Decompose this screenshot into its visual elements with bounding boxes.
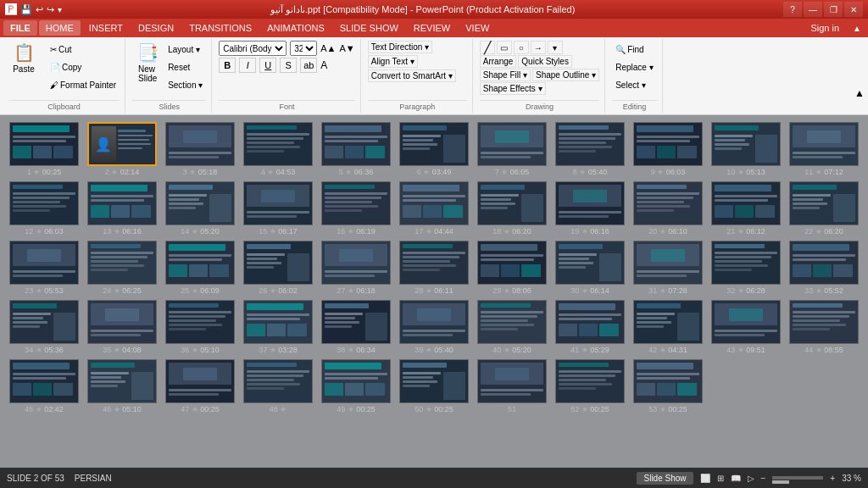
menu-view[interactable]: VIEW <box>459 20 496 36</box>
rect-shape[interactable]: ▭ <box>497 41 512 54</box>
slide-item-19[interactable]: 19 ★ 06:16 <box>553 181 627 236</box>
slide-item-17[interactable]: 17 ★ 04:44 <box>397 181 471 236</box>
minimize-button[interactable]: — <box>804 2 822 17</box>
menu-animations[interactable]: ANIMATIONS <box>260 20 331 36</box>
ribbon-collapse[interactable]: ▲ <box>849 22 865 35</box>
slide-item-52[interactable]: 52 ★ 00:25 <box>553 359 627 413</box>
arrange-button[interactable]: Arrange <box>480 55 517 68</box>
menu-insert[interactable]: INSERT <box>82 20 130 36</box>
slide-item-24[interactable]: 24 ★ 06:25 <box>85 241 159 295</box>
slide-item-44[interactable]: 44 ★ 08:55 <box>787 300 861 354</box>
slide-item-1[interactable]: 1 ★ 00:25 <box>7 122 81 176</box>
slide-item-34[interactable]: 34 ★ 05:36 <box>7 300 81 354</box>
slide-item-37[interactable]: 37 ★ 03:28 <box>241 300 315 354</box>
new-slide-button[interactable]: 📑 NewSlide <box>132 41 163 85</box>
slide-panel[interactable]: 1 ★ 00:25 👤 2 ★ 02:14 3 ★ 05:18 <box>0 115 868 468</box>
slide-item-7[interactable]: 7 ★ 06:05 <box>475 122 549 176</box>
slide-item-27[interactable]: 27 ★ 06:18 <box>319 241 393 295</box>
slide-item-46[interactable]: 46 ★ 05:10 <box>85 359 159 413</box>
strikethrough-button[interactable]: S <box>280 58 297 73</box>
slide-item-29[interactable]: 29 ★ 08:06 <box>475 241 549 295</box>
slide-item-49[interactable]: 49 ★ 00:25 <box>319 359 393 413</box>
slide-item-22[interactable]: 22 ★ 06:20 <box>787 181 861 236</box>
reading-view-button[interactable]: 📖 <box>731 474 741 483</box>
ribbon-expand-button[interactable]: ▲ <box>854 87 865 99</box>
menu-transitions[interactable]: TRANSITIONS <box>182 20 259 36</box>
oval-shape[interactable]: ○ <box>514 41 529 54</box>
slide-item-48[interactable]: 48 ★ <box>241 359 315 413</box>
quick-styles-button[interactable]: Quick Styles <box>518 55 572 68</box>
slide-item-43[interactable]: 43 ★ 09:51 <box>709 300 783 354</box>
slide-item-12[interactable]: 12 ★ 06:03 <box>7 181 81 236</box>
restore-button[interactable]: ❐ <box>824 2 843 17</box>
presentation-button[interactable]: ▷ <box>748 474 754 483</box>
text-direction-button[interactable]: Text Direction ▾ <box>368 41 432 53</box>
slide-item-11[interactable]: 11 ★ 07:12 <box>787 122 861 176</box>
save-icon[interactable]: 💾 <box>20 4 32 15</box>
zoom-out-button[interactable]: − <box>761 474 766 483</box>
slide-item-21[interactable]: 21 ★ 06:12 <box>709 181 783 236</box>
slide-item-28[interactable]: 28 ★ 06:11 <box>397 241 471 295</box>
line-shape[interactable]: ╱ <box>480 41 495 54</box>
align-text-button[interactable]: Align Text ▾ <box>368 55 418 68</box>
font-color-button[interactable]: A <box>320 59 327 71</box>
slide-item-16[interactable]: 16 ★ 06:19 <box>319 181 393 236</box>
slide-item-38[interactable]: 38 ★ 06:34 <box>319 300 393 354</box>
slide-item-39[interactable]: 39 ★ 05:40 <box>397 300 471 354</box>
slide-item-3[interactable]: 3 ★ 05:18 <box>163 122 237 176</box>
slide-item-14[interactable]: 14 ★ 05:20 <box>163 181 237 236</box>
slide-item-31[interactable]: 31 ★ 07:28 <box>631 241 705 295</box>
help-button[interactable]: ? <box>783 2 802 17</box>
zoom-in-button[interactable]: + <box>830 474 835 483</box>
slide-item-9[interactable]: 9 ★ 06:03 <box>631 122 705 176</box>
slide-sorter-button[interactable]: ⊞ <box>717 474 724 483</box>
format-painter-button[interactable]: 🖌 Format Painter <box>47 76 120 93</box>
slide-item-53[interactable]: 53 ★ 00:25 <box>631 359 705 413</box>
slide-item-25[interactable]: 25 ★ 06:09 <box>163 241 237 295</box>
underline-button[interactable]: U <box>259 58 276 73</box>
select-button[interactable]: Select ▾ <box>612 76 656 93</box>
slideshow-button[interactable]: Slide Show <box>637 472 693 485</box>
decrease-font-button[interactable]: A▼ <box>340 43 355 53</box>
increase-font-button[interactable]: A▲ <box>320 43 336 53</box>
copy-button[interactable]: 📄 Copy <box>47 58 120 75</box>
slide-item-35[interactable]: 35 ★ 04:08 <box>85 300 159 354</box>
menu-review[interactable]: REVIEW <box>407 20 457 36</box>
shape-outline-button[interactable]: Shape Outline ▾ <box>532 69 599 81</box>
shape-fill-button[interactable]: Shape Fill ▾ <box>480 69 531 81</box>
sign-in-button[interactable]: Sign in <box>802 21 848 35</box>
arrow-shape[interactable]: → <box>531 41 546 54</box>
slide-item-18[interactable]: 18 ★ 06:20 <box>475 181 549 236</box>
slide-item-10[interactable]: 10 ★ 05:13 <box>709 122 783 176</box>
slide-item-50[interactable]: 50 ★ 00:25 <box>397 359 471 413</box>
menu-slideshow[interactable]: SLIDE SHOW <box>333 20 405 36</box>
redo-icon[interactable]: ↪ <box>47 4 54 15</box>
slide-item-36[interactable]: 36 ★ 05:10 <box>163 300 237 354</box>
menu-home[interactable]: HOME <box>39 20 81 36</box>
slide-item-13[interactable]: 13 ★ 06:16 <box>85 181 159 236</box>
slide-item-32[interactable]: 32 ★ 06:28 <box>709 241 783 295</box>
shape-effects-button[interactable]: Shape Effects ▾ <box>480 82 546 95</box>
slide-item-8[interactable]: 8 ★ 05:40 <box>553 122 627 176</box>
find-button[interactable]: 🔍 Find <box>612 41 656 58</box>
slide-item-20[interactable]: 20 ★ 06:10 <box>631 181 705 236</box>
slide-item-47[interactable]: 47 ★ 00:25 <box>163 359 237 413</box>
shadow-button[interactable]: ab <box>300 58 317 73</box>
font-family-select[interactable]: Calibri (Body) <box>219 41 287 56</box>
slide-item-40[interactable]: 40 ★ 05:20 <box>475 300 549 354</box>
cut-button[interactable]: ✂ Cut <box>47 41 120 58</box>
paste-button[interactable]: 📋 Paste <box>8 41 39 75</box>
menu-file[interactable]: FILE <box>3 20 37 36</box>
section-button[interactable]: Section ▾ <box>164 76 206 93</box>
bold-button[interactable]: B <box>219 58 236 73</box>
slide-item-30[interactable]: 30 ★ 06:14 <box>553 241 627 295</box>
layout-button[interactable]: Layout ▾ <box>164 41 206 58</box>
slide-item-26[interactable]: 26 ★ 06:02 <box>241 241 315 295</box>
slide-item-33[interactable]: 33 ★ 05:52 <box>787 241 861 295</box>
slide-item-15[interactable]: 15 ★ 06:17 <box>241 181 315 236</box>
more-shapes[interactable]: ▾ <box>548 41 563 54</box>
slide-item-4[interactable]: 4 ★ 04:53 <box>241 122 315 176</box>
convert-smartart-button[interactable]: Convert to SmartArt ▾ <box>368 69 456 82</box>
slide-item-41[interactable]: 41 ★ 05:29 <box>553 300 627 354</box>
menu-design[interactable]: DESIGN <box>131 20 181 36</box>
